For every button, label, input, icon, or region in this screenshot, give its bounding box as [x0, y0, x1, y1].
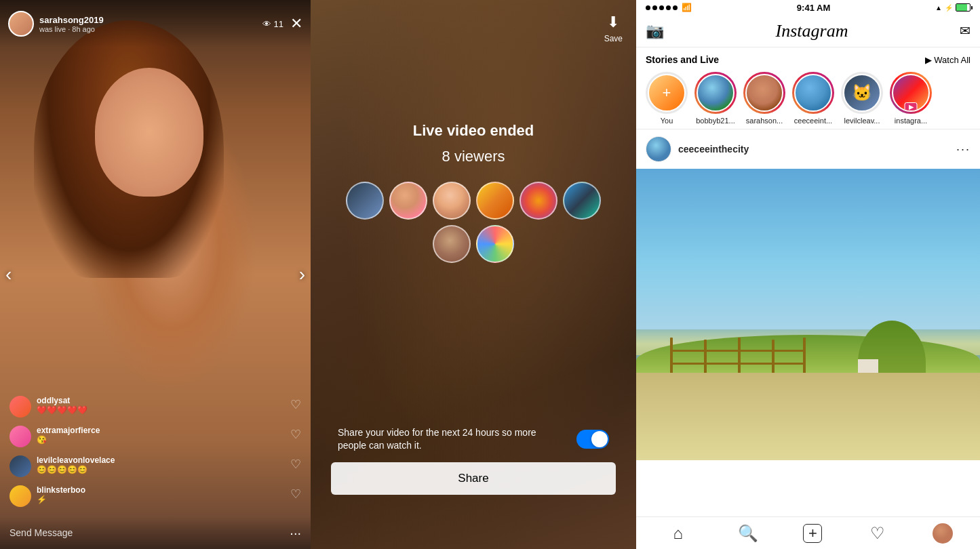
watch-all-button[interactable]: ▶ Watch All: [925, 55, 971, 65]
signal-strength: 📶: [646, 3, 692, 12]
post-image: [636, 169, 980, 460]
heart-button[interactable]: ♡: [290, 457, 301, 472]
viewer-avatar[interactable]: [389, 182, 427, 220]
story-ring: +: [646, 72, 688, 114]
viewer-avatar[interactable]: [520, 182, 557, 220]
signal-dot: [673, 5, 678, 10]
post-user-avatar[interactable]: [646, 136, 671, 162]
live-user-info: sarahsong2019 was live · 8h ago: [39, 15, 262, 33]
signal-dot: [659, 5, 664, 10]
save-action[interactable]: ⬇ Save: [604, 14, 623, 43]
story-item-you[interactable]: + You: [646, 72, 688, 125]
search-nav-button[interactable]: 🔍: [733, 518, 763, 548]
home-nav-button[interactable]: ⌂: [663, 518, 693, 548]
story-ring: [743, 72, 785, 114]
live-ended-panel: ⬇ Save Live video ended 8 viewers Share …: [311, 0, 636, 549]
heart-nav-button[interactable]: ♡: [863, 518, 893, 548]
viewer-avatar[interactable]: [563, 182, 601, 220]
story-item-sarahson[interactable]: sarahson...: [743, 72, 785, 125]
comment-text: ❤️❤️❤️❤️❤️: [37, 405, 285, 415]
live-story-panel: sarahsong2019 was live · 8h ago 👁 11 ✕ ‹…: [0, 0, 311, 549]
viewer-avatar[interactable]: [476, 182, 514, 220]
prev-story-button[interactable]: ‹: [5, 264, 12, 285]
viewer-avatars-list: [331, 182, 616, 263]
share-section: Share your video for the next 24 hours s…: [331, 426, 616, 495]
heart-button[interactable]: ♡: [290, 397, 301, 412]
comment-row: blinksterboo ⚡ ♡: [9, 485, 301, 507]
toggle-thumb: [591, 431, 608, 447]
comment-avatar: [9, 396, 31, 418]
beach-sand: [636, 373, 980, 460]
post-user-row: ceeceeinthecity ···: [636, 129, 980, 169]
comment-row: extramajorfierce 😘 ♡: [9, 426, 301, 447]
comment-body: blinksterboo ⚡: [37, 485, 285, 504]
live-user-avatar: [8, 11, 34, 37]
viewer-avatar[interactable]: [433, 225, 471, 263]
add-nav-button[interactable]: +: [803, 524, 822, 543]
signal-dot: [646, 5, 650, 10]
share-description: Share your video for the next 24 hours s…: [338, 426, 567, 453]
viewers-count: 8 viewers: [442, 148, 505, 165]
story-item-bobbyb[interactable]: bobbyb21...: [694, 72, 737, 125]
share-toggle[interactable]: [576, 430, 609, 449]
viewer-avatar[interactable]: [433, 182, 471, 220]
save-icon: ⬇: [607, 14, 619, 31]
comment-text: 😘: [37, 435, 285, 445]
stories-bar: Stories and Live ▶ Watch All + You bobby…: [636, 47, 980, 129]
comment-username: extramajorfierce: [37, 426, 285, 435]
story-ring: [792, 72, 834, 114]
post-more-button[interactable]: ···: [956, 142, 971, 157]
more-options-button[interactable]: ···: [290, 525, 301, 541]
live-top-bar: sarahsong2019 was live · 8h ago 👁 11 ✕: [0, 0, 311, 47]
story-avatar: [697, 74, 734, 112]
comment-text: ⚡: [37, 495, 285, 504]
bottom-nav: ⌂ 🔍 + ♡: [636, 516, 980, 549]
live-sublabel: was live · 8h ago: [39, 25, 262, 33]
story-item-ceecee[interactable]: ceeceeint...: [792, 72, 834, 125]
story-avatar: [794, 74, 832, 112]
profile-nav-button[interactable]: [933, 523, 953, 544]
close-button[interactable]: ✕: [290, 15, 302, 33]
live-bottom-bar: Send Message ···: [0, 516, 311, 549]
stories-list: + You bobbyb21... sarahson...: [646, 72, 971, 125]
comment-username: blinksterboo: [37, 485, 285, 495]
story-ring: 🐱: [841, 72, 883, 114]
story-item-levil[interactable]: 🐱 levilcleav...: [841, 72, 883, 125]
share-button[interactable]: Share: [331, 462, 616, 495]
status-bar: 📶 9:41 AM ▲ ⚡: [636, 0, 980, 15]
heart-button[interactable]: ♡: [290, 487, 301, 502]
stories-label-row: Stories and Live ▶ Watch All: [646, 54, 971, 65]
viewer-count: 👁 11: [262, 19, 283, 29]
instagram-feed-panel: 📶 9:41 AM ▲ ⚡ 📷 Instagram ✉ Stories and …: [636, 0, 980, 549]
location-icon: ▲: [935, 4, 942, 12]
heart-button[interactable]: ♡: [290, 427, 301, 442]
header-icons: ✉: [960, 23, 971, 39]
comment-body: extramajorfierce 😘: [37, 426, 285, 445]
live-username: sarahsong2019: [39, 15, 262, 25]
viewer-avatar[interactable]: [476, 225, 514, 263]
comment-avatar: [9, 426, 31, 447]
camera-icon[interactable]: 📷: [646, 22, 664, 40]
beach-building: [858, 359, 878, 373]
next-story-button[interactable]: ›: [299, 264, 305, 285]
beach-sky: [636, 169, 980, 329]
story-avatar: 🐱: [843, 74, 881, 112]
share-toggle-row: Share your video for the next 24 hours s…: [331, 426, 616, 453]
comment-body: oddlysat ❤️❤️❤️❤️❤️: [37, 396, 285, 415]
status-time: 9:41 AM: [797, 3, 830, 13]
comment-body: levilcleavonlovelace 😊😊😊😊😊: [37, 455, 285, 474]
story-label: You: [661, 117, 673, 125]
comment-row: levilcleavonlovelace 😊😊😊😊😊 ♡: [9, 455, 301, 477]
post-username[interactable]: ceeceeinthecity: [678, 144, 949, 155]
battery-fill: [956, 4, 967, 11]
viewer-avatar[interactable]: [346, 182, 384, 220]
story-item-instagram[interactable]: ▶ instagra...: [890, 72, 932, 125]
story-avatar: [745, 74, 783, 112]
story-label: instagra...: [895, 117, 927, 125]
send-message-input[interactable]: Send Message: [9, 527, 290, 538]
bluetooth-icon: ⚡: [945, 4, 953, 12]
send-icon[interactable]: ✉: [960, 23, 971, 39]
comment-row: oddlysat ❤️❤️❤️❤️❤️ ♡: [9, 396, 301, 418]
story-ring: [694, 72, 737, 114]
comments-area: oddlysat ❤️❤️❤️❤️❤️ ♡ extramajorfierce 😘…: [0, 396, 311, 515]
